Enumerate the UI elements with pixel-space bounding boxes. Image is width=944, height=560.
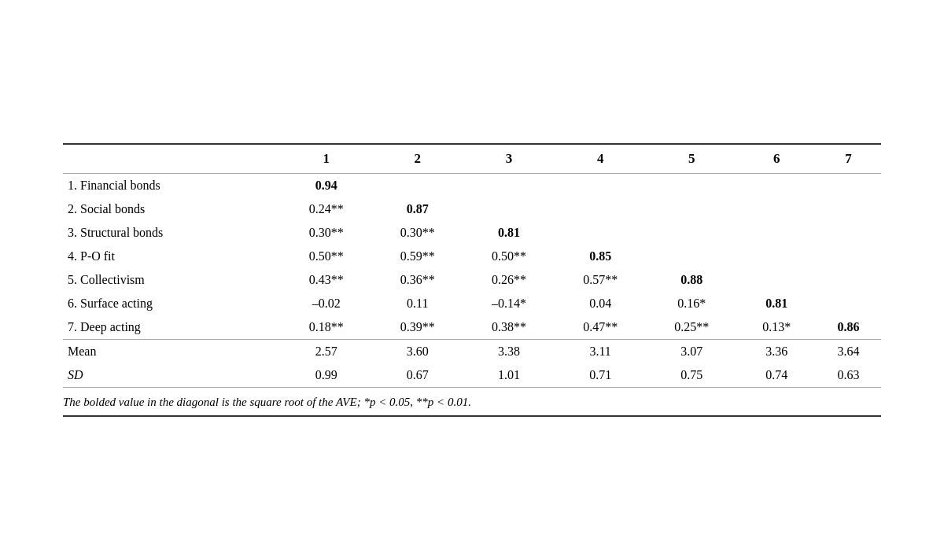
cell-value: 0.50** xyxy=(463,245,555,268)
row-label: 6. Surface acting xyxy=(63,292,281,315)
cell-value: 0.47** xyxy=(555,315,646,340)
cell-value: 0.63 xyxy=(816,363,881,388)
table-row: 3. Structural bonds0.30**0.30**0.81 xyxy=(63,221,881,245)
cell-value: 0.36** xyxy=(372,268,463,292)
cell-value: 3.64 xyxy=(816,340,881,364)
cell-value xyxy=(737,174,816,198)
row-label: 2. Social bonds xyxy=(63,197,281,221)
row-label: 1. Financial bonds xyxy=(63,174,281,198)
cell-value xyxy=(816,268,881,292)
cell-value xyxy=(737,268,816,292)
cell-value xyxy=(816,245,881,268)
table-row: SD0.990.671.010.710.750.740.63 xyxy=(63,363,881,388)
cell-value: 0.25** xyxy=(646,315,737,340)
cell-value: 0.30** xyxy=(281,221,372,245)
cell-value: 0.75 xyxy=(646,363,737,388)
row-label: 3. Structural bonds xyxy=(63,221,281,245)
cell-value: 0.18** xyxy=(281,315,372,340)
row-label: Mean xyxy=(63,340,281,364)
cell-value xyxy=(555,197,646,221)
cell-value: 0.88 xyxy=(646,268,737,292)
cell-value xyxy=(555,174,646,198)
cell-value: 3.36 xyxy=(737,340,816,364)
cell-value xyxy=(463,174,555,198)
row-label: 5. Collectivism xyxy=(63,268,281,292)
row-label: 4. P-O fit xyxy=(63,245,281,268)
cell-value: 0.85 xyxy=(555,245,646,268)
cell-value: 0.67 xyxy=(372,363,463,388)
table-row: 5. Collectivism0.43**0.36**0.26**0.57**0… xyxy=(63,268,881,292)
cell-value: 0.16* xyxy=(646,292,737,315)
cell-value: 3.11 xyxy=(555,340,646,364)
cell-value: 0.81 xyxy=(737,292,816,315)
cell-value: 0.26** xyxy=(463,268,555,292)
cell-value xyxy=(646,174,737,198)
table-container: 1 2 3 4 5 6 7 1. Financial bonds0.942. S… xyxy=(39,127,905,433)
table-row: Mean2.573.603.383.113.073.363.64 xyxy=(63,340,881,364)
cell-value: 0.59** xyxy=(372,245,463,268)
cell-value: 2.57 xyxy=(281,340,372,364)
col-header-2: 2 xyxy=(372,144,463,174)
cell-value: 0.30** xyxy=(372,221,463,245)
cell-value: 0.86 xyxy=(816,315,881,340)
cell-value xyxy=(816,221,881,245)
cell-value xyxy=(372,174,463,198)
col-header-6: 6 xyxy=(737,144,816,174)
cell-value xyxy=(463,197,555,221)
col-header-5: 5 xyxy=(646,144,737,174)
cell-value xyxy=(816,292,881,315)
col-header-label xyxy=(63,144,281,174)
cell-value xyxy=(737,197,816,221)
cell-value: 0.11 xyxy=(372,292,463,315)
cell-value: 0.43** xyxy=(281,268,372,292)
cell-value: 1.01 xyxy=(463,363,555,388)
cell-value: –0.14* xyxy=(463,292,555,315)
row-label: 7. Deep acting xyxy=(63,315,281,340)
cell-value xyxy=(646,245,737,268)
cell-value: 0.71 xyxy=(555,363,646,388)
cell-value: 0.04 xyxy=(555,292,646,315)
cell-value xyxy=(646,221,737,245)
cell-value: 0.50** xyxy=(281,245,372,268)
cell-value xyxy=(555,221,646,245)
cell-value: 0.74 xyxy=(737,363,816,388)
cell-value xyxy=(737,245,816,268)
cell-value xyxy=(816,174,881,198)
cell-value: 3.60 xyxy=(372,340,463,364)
cell-value: 0.39** xyxy=(372,315,463,340)
cell-value xyxy=(816,197,881,221)
cell-value: 0.87 xyxy=(372,197,463,221)
cell-value: 0.38** xyxy=(463,315,555,340)
col-header-4: 4 xyxy=(555,144,646,174)
col-header-3: 3 xyxy=(463,144,555,174)
row-label: SD xyxy=(63,363,281,388)
table-row: 7. Deep acting0.18**0.39**0.38**0.47**0.… xyxy=(63,315,881,340)
col-header-7: 7 xyxy=(816,144,881,174)
cell-value xyxy=(737,221,816,245)
table-row: 6. Surface acting–0.020.11–0.14*0.040.16… xyxy=(63,292,881,315)
cell-value: 0.24** xyxy=(281,197,372,221)
cell-value: 0.57** xyxy=(555,268,646,292)
cell-value: 0.13* xyxy=(737,315,816,340)
cell-value: 0.99 xyxy=(281,363,372,388)
cell-value: 3.38 xyxy=(463,340,555,364)
correlation-table: 1 2 3 4 5 6 7 1. Financial bonds0.942. S… xyxy=(63,143,881,417)
cell-value: 0.81 xyxy=(463,221,555,245)
footnote: The bolded value in the diagonal is the … xyxy=(63,388,881,417)
cell-value xyxy=(646,197,737,221)
cell-value: 3.07 xyxy=(646,340,737,364)
table-row: 4. P-O fit0.50**0.59**0.50**0.85 xyxy=(63,245,881,268)
cell-value: –0.02 xyxy=(281,292,372,315)
table-row: 2. Social bonds0.24**0.87 xyxy=(63,197,881,221)
cell-value: 0.94 xyxy=(281,174,372,198)
table-row: 1. Financial bonds0.94 xyxy=(63,174,881,198)
col-header-1: 1 xyxy=(281,144,372,174)
